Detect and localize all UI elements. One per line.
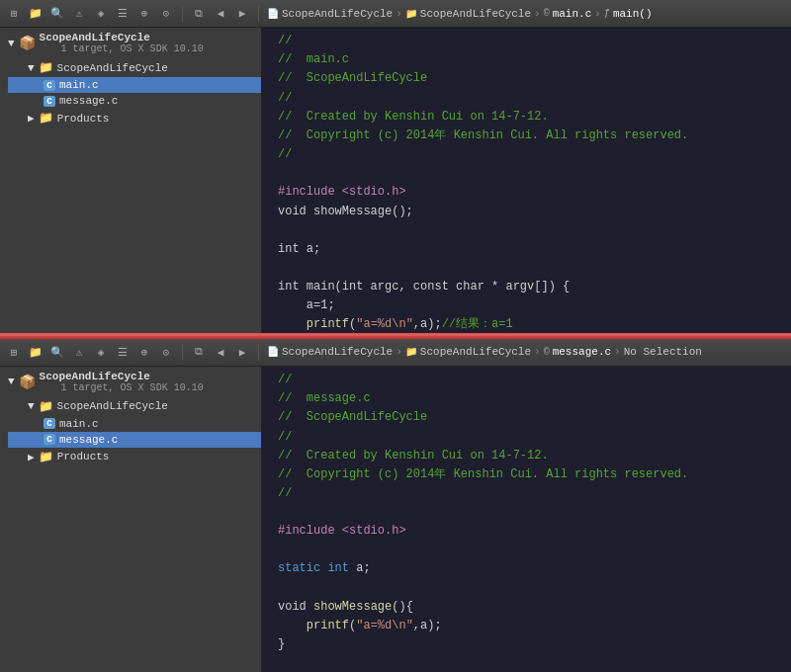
breadcrumb-folder-icon-1: 📄: [267, 8, 279, 20]
code-line: #include <stdio.h>: [262, 183, 791, 202]
split-icon[interactable]: ⧉: [191, 6, 207, 22]
editor-bottom[interactable]: // // message.c // ScopeAndLifeCycle // …: [262, 367, 791, 672]
sidebar-file-message-c-top[interactable]: c message.c: [8, 93, 261, 109]
file-label-message: message.c: [59, 95, 118, 107]
list-icon[interactable]: ☰: [115, 6, 131, 22]
folder-icon-2[interactable]: 📁: [28, 344, 44, 360]
products-label-2: Products: [57, 451, 110, 462]
sidebar-bottom: ▼ 📦 ScopeAndLifeCycle 1 target, OS X SDK…: [0, 367, 262, 672]
breadcrumb-file[interactable]: main.c: [553, 8, 592, 20]
breadcrumb-function[interactable]: main(): [613, 8, 653, 20]
breadcrumb-sep-4: ›: [396, 346, 402, 358]
nav-icon[interactable]: ⊕: [136, 6, 152, 22]
code-line-b7: //: [262, 484, 791, 503]
products-label: Products: [57, 113, 110, 125]
content-top: ▼ 📦 ScopeAndLifeCycle 1 target, OS X SDK…: [0, 28, 791, 333]
nav-forward-2[interactable]: ▶: [234, 344, 250, 360]
code-line: int main(int argc, const char * argv[]) …: [262, 278, 791, 296]
breadcrumb-noselection[interactable]: No Selection: [624, 346, 702, 358]
tree-top: ▼ 📁 ScopeAndLifeCycle c main.c c message…: [0, 58, 261, 127]
code-line: //: [262, 32, 791, 50]
sidebar-folder-products-top[interactable]: ▶ 📁 Products: [8, 109, 261, 127]
nav-icon-2[interactable]: ⊕: [136, 344, 152, 360]
code-line: // main.c: [262, 50, 791, 69]
file-c-badge-3: c: [44, 418, 55, 429]
file-label-message-2: message.c: [59, 434, 118, 446]
breadcrumb-sep-2: ›: [534, 8, 541, 20]
breadcrumb-folder-icon-2: 📁: [405, 8, 417, 20]
sidebar-file-main-c-top[interactable]: c main.c: [8, 77, 261, 93]
diff-icon[interactable]: ◈: [93, 6, 109, 22]
clock-icon[interactable]: ⊙: [158, 6, 174, 22]
search-icon-2[interactable]: 🔍: [49, 344, 65, 360]
code-line: // Copyright (c) 2014年 Kenshin Cui. All …: [262, 126, 791, 145]
toolbar-sep-1: [182, 6, 183, 22]
list-icon-2[interactable]: ☰: [115, 344, 131, 360]
project-header-bottom[interactable]: ▼ 📦 ScopeAndLifeCycle 1 target, OS X SDK…: [0, 367, 261, 397]
project-icon: 📦: [19, 35, 36, 51]
project-chevron: ▼: [8, 38, 15, 49]
toolbar-sep-4: [258, 344, 259, 360]
code-line: a=1;: [262, 296, 791, 315]
toolbar-top: ⊞ 📁 🔍 ⚠ ◈ ☰ ⊕ ⊙ ⧉ ◀ ▶ 📄 ScopeAndLifeCycl…: [0, 0, 791, 28]
nav-back-2[interactable]: ◀: [213, 344, 228, 360]
window-icon[interactable]: ⊞: [6, 6, 22, 22]
project-name-bottom: ScopeAndLifeCycle: [40, 371, 204, 382]
warning-icon[interactable]: ⚠: [71, 6, 87, 22]
breadcrumb-folder-icon-4: 📁: [405, 346, 417, 358]
breadcrumb-file-2[interactable]: message.c: [553, 346, 611, 358]
breadcrumb-group[interactable]: ScopeAndLifeCycle: [420, 8, 531, 20]
pane-bottom: ⊞ 📁 🔍 ⚠ ◈ ☰ ⊕ ⊙ ⧉ ◀ ▶ 📄 ScopeAndLifeCycl…: [0, 339, 791, 672]
sidebar-top: ▼ 📦 ScopeAndLifeCycle 1 target, OS X SDK…: [0, 28, 262, 333]
nav-forward[interactable]: ▶: [234, 6, 250, 22]
split-icon-2[interactable]: ⧉: [191, 344, 207, 360]
code-line-b8: [262, 503, 791, 522]
sidebar-folder-products-bottom[interactable]: ▶ 📁 Products: [8, 448, 261, 466]
products-chevron-2: ▶: [28, 451, 35, 463]
nav-back[interactable]: ◀: [213, 6, 228, 22]
code-line: void showMessage();: [262, 203, 791, 221]
breadcrumb-bottom: 📄 ScopeAndLifeCycle › 📁 ScopeAndLifeCycl…: [267, 346, 785, 358]
sidebar-folder-scopeandlifecycle-2[interactable]: ▼ 📁 ScopeAndLifeCycle: [8, 397, 261, 416]
breadcrumb-sep-1: ›: [396, 8, 402, 20]
project-header-top[interactable]: ▼ 📦 ScopeAndLifeCycle 1 target, OS X SDK…: [0, 28, 261, 58]
code-line-b4: //: [262, 428, 791, 447]
code-line: int a;: [262, 240, 791, 259]
breadcrumb-project[interactable]: ScopeAndLifeCycle: [282, 8, 393, 20]
diff-icon-2[interactable]: ◈: [93, 344, 109, 360]
breadcrumb-group-2[interactable]: ScopeAndLifeCycle: [420, 346, 531, 358]
toolbar-sep-3: [182, 344, 183, 360]
code-line-b5: // Created by Kenshin Cui on 14-7-12.: [262, 447, 791, 465]
file-label-main-2: main.c: [59, 418, 99, 430]
project-chevron-2: ▼: [8, 376, 15, 387]
pane-top: ⊞ 📁 🔍 ⚠ ◈ ☰ ⊕ ⊙ ⧉ ◀ ▶ 📄 ScopeAndLifeCycl…: [0, 0, 791, 336]
sidebar-folder-scopeandlifecycle[interactable]: ▼ 📁 ScopeAndLifeCycle: [8, 58, 261, 77]
code-line-b3: // ScopeAndLifeCycle: [262, 408, 791, 427]
folder-icon[interactable]: 📁: [28, 6, 44, 22]
code-line-b1: //: [262, 371, 791, 389]
breadcrumb-sep-3: ›: [594, 8, 601, 20]
project-subtitle-bottom: 1 target, OS X SDK 10.10: [40, 382, 204, 393]
products-folder-icon: 📁: [39, 111, 53, 126]
warning-icon-2[interactable]: ⚠: [71, 344, 87, 360]
breadcrumb-folder-icon-3: 📄: [267, 346, 279, 358]
file-c-badge-4: c: [44, 434, 55, 445]
breadcrumb-sep-5: ›: [534, 346, 541, 358]
code-line-b12: [262, 579, 791, 598]
content-bottom: ▼ 📦 ScopeAndLifeCycle 1 target, OS X SDK…: [0, 367, 791, 672]
folder-label: ScopeAndLifeCycle: [57, 62, 168, 74]
window-icon-2[interactable]: ⊞: [6, 344, 22, 360]
folder-icon: 📁: [39, 60, 53, 75]
folder-chevron: ▼: [28, 62, 35, 74]
file-label-main: main.c: [59, 79, 99, 91]
editor-top[interactable]: // // main.c // ScopeAndLifeCycle // // …: [262, 28, 791, 333]
code-line: //: [262, 89, 791, 108]
breadcrumb-project-2[interactable]: ScopeAndLifeCycle: [282, 346, 393, 358]
code-line-b2: // message.c: [262, 389, 791, 408]
code-line-b10: [262, 541, 791, 559]
sidebar-file-main-c-bottom[interactable]: c main.c: [8, 416, 261, 432]
search-icon[interactable]: 🔍: [49, 6, 65, 22]
sidebar-file-message-c-bottom[interactable]: c message.c: [8, 432, 261, 448]
clock-icon-2[interactable]: ⊙: [158, 344, 174, 360]
project-subtitle-top: 1 target, OS X SDK 10.10: [40, 43, 204, 54]
